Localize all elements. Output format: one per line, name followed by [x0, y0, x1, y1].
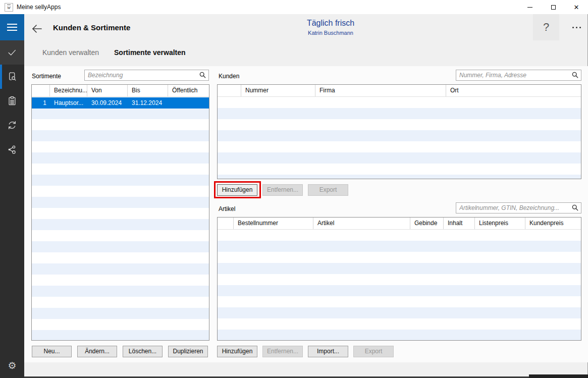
search-icon	[199, 72, 206, 78]
column-header-4[interactable]: Öffentlich	[168, 85, 209, 96]
kunden-search-input[interactable]	[456, 70, 581, 81]
column-header-0[interactable]	[218, 85, 241, 96]
sidebar-item-catalog[interactable]	[0, 65, 24, 89]
artikel-entfernen-button: Entfernen...	[262, 346, 303, 357]
column-header-3[interactable]: Bis	[128, 85, 168, 96]
sortimente-table-body	[32, 97, 209, 341]
table-row-empty	[218, 97, 581, 108]
column-header-0[interactable]	[32, 85, 50, 96]
close-button[interactable]: ✕	[565, 0, 588, 14]
artikel-label: Artikel	[219, 205, 235, 212]
app-logo-icon: w	[5, 3, 13, 12]
clipboard-icon	[7, 95, 18, 106]
artikel-table[interactable]: BestellnummerArtikelGebindeInhaltListenp…	[217, 217, 581, 341]
table-row-empty	[32, 119, 209, 130]
kunden-table[interactable]: NummerFirmaOrt	[217, 84, 581, 179]
search-icon	[572, 204, 578, 211]
checkmark-icon	[7, 47, 18, 58]
sortimente-search-input[interactable]	[84, 70, 209, 81]
column-header-2[interactable]: Artikel	[313, 218, 410, 229]
sortiment-row-selected[interactable]: 1 Hauptsor... 30.09.2024 31.12.2024	[32, 97, 209, 109]
artikel-export-button: Export	[353, 346, 394, 357]
sidebar-item-share[interactable]	[0, 137, 24, 161]
user-name: Katrin Buschmann	[252, 30, 409, 36]
kunden-search	[456, 70, 581, 81]
close-icon: ✕	[574, 4, 579, 11]
sortimente-search	[84, 70, 209, 81]
back-button[interactable]	[29, 21, 44, 36]
account-block[interactable]: Täglich frisch Katrin Buschmann	[252, 19, 409, 36]
table-row-empty	[32, 297, 209, 308]
settings-gear-icon: ⚙	[8, 360, 16, 371]
column-header-1[interactable]: Bestellnummer	[234, 218, 313, 229]
table-row-empty	[32, 152, 209, 164]
table-row-empty	[32, 164, 209, 175]
table-row-empty	[32, 263, 209, 275]
help-button[interactable]: ?	[533, 14, 559, 40]
table-row-empty	[32, 275, 209, 286]
table-row-empty	[218, 108, 581, 119]
titlebar: w Meine sellyApps ✕	[0, 0, 588, 14]
hamburger-icon	[7, 24, 17, 31]
column-header-0[interactable]	[218, 218, 234, 229]
sortimente-table-header: Bezeichnu...VonBisÖffentlich	[32, 85, 209, 97]
table-row-empty	[218, 141, 581, 152]
share-icon	[7, 144, 18, 155]
table-row-empty	[218, 263, 581, 274]
column-header-6[interactable]: Kundenpreis	[525, 218, 581, 229]
neu-button[interactable]: Neu...	[32, 346, 72, 357]
sidebar-item-orders[interactable]	[0, 89, 24, 113]
duplizieren-button[interactable]: Duplizieren	[168, 346, 208, 357]
table-row-empty	[32, 186, 209, 197]
column-header-3[interactable]: Gebinde	[410, 218, 444, 229]
artikel-import-button[interactable]: Import...	[308, 346, 348, 357]
sidebar-item-sync[interactable]	[0, 113, 24, 137]
window-title: Meine sellyApps	[17, 0, 61, 14]
loeschen-button[interactable]: Löschen...	[123, 346, 163, 357]
table-row-empty	[32, 197, 209, 208]
tab-kunden-verwalten[interactable]: Kunden verwalten	[42, 48, 99, 57]
column-header-5[interactable]: Listenpreis	[475, 218, 525, 229]
table-row-empty	[218, 252, 581, 263]
catalog-search-icon	[7, 71, 18, 82]
sortimente-label: Sortimente	[32, 73, 61, 80]
sortimente-table[interactable]: Bezeichnu...VonBisÖffentlich 1 Hauptsor.…	[31, 84, 209, 341]
table-row-empty	[218, 119, 581, 130]
sync-icon	[7, 120, 18, 131]
table-row-empty	[218, 241, 581, 252]
table-row-empty	[218, 318, 581, 330]
more-options-button[interactable]	[565, 14, 588, 40]
artikel-table-body	[218, 230, 581, 341]
app-window: w Meine sellyApps ✕	[0, 0, 588, 378]
aendern-button[interactable]: Ändern...	[77, 346, 117, 357]
artikel-table-header: BestellnummerArtikelGebindeInhaltListenp…	[218, 218, 581, 230]
artikel-search-input[interactable]	[456, 202, 581, 213]
kunden-table-header: NummerFirmaOrt	[218, 85, 581, 97]
kunden-entfernen-button: Entfernen...	[262, 184, 303, 196]
column-header-2[interactable]: Firma	[315, 85, 446, 96]
table-row-empty	[32, 308, 209, 319]
tab-sortimente-verwalten[interactable]: Sortimente verwalten	[114, 48, 186, 57]
kunden-label: Kunden	[219, 73, 239, 80]
table-row-empty	[32, 130, 209, 141]
kunden-export-button: Export	[308, 184, 348, 196]
hamburger-menu-button[interactable]	[0, 14, 24, 40]
column-header-1[interactable]: Bezeichnu...	[50, 85, 87, 96]
settings-button[interactable]: ⚙	[0, 354, 24, 377]
table-row-empty	[32, 219, 209, 230]
column-header-1[interactable]: Nummer	[241, 85, 315, 96]
artikel-hinzufuegen-button[interactable]: Hinzufügen	[217, 346, 257, 357]
account-name: Täglich frisch	[252, 19, 409, 28]
search-icon	[572, 72, 578, 78]
column-header-2[interactable]: Von	[87, 85, 128, 96]
minimize-button[interactable]	[518, 0, 542, 14]
column-header-3[interactable]: Ort	[446, 85, 581, 96]
kunden-hinzufuegen-button[interactable]: Hinzufügen	[217, 184, 257, 196]
table-row-empty	[218, 307, 581, 318]
table-row-empty	[218, 274, 581, 285]
column-header-4[interactable]: Inhalt	[444, 218, 475, 229]
sidebar-item-tasks[interactable]	[0, 40, 24, 65]
table-row-empty	[218, 296, 581, 307]
maximize-button[interactable]	[542, 0, 565, 14]
sidebar: ⚙	[0, 14, 24, 378]
